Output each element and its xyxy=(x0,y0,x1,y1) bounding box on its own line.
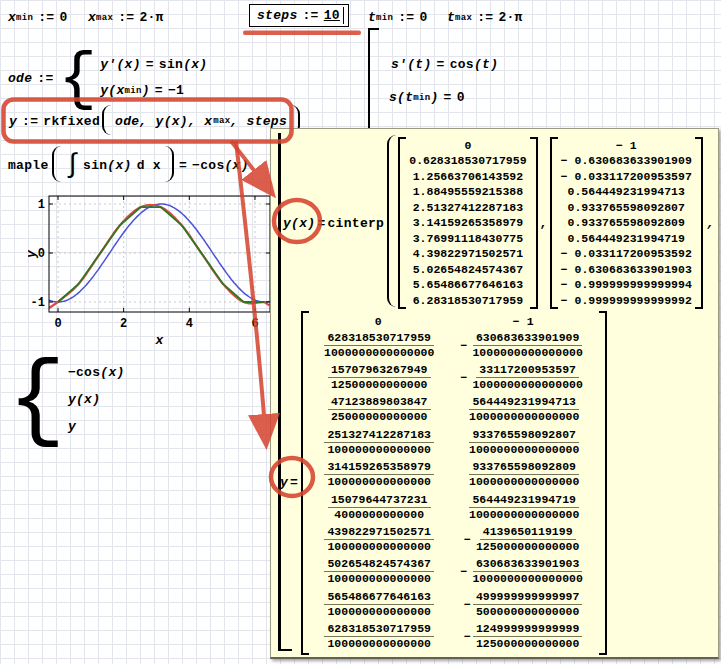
matrix-row: 251327412287183100000000000000 933765598… xyxy=(309,426,599,458)
matrix-row: 6283185307179591000000000000000 − 630683… xyxy=(309,329,599,361)
plot-canvas: 024610-1xy xyxy=(28,192,278,350)
cinterp-result[interactable]: y(x) = cinterp 00.6283185307179591.25663… xyxy=(283,135,721,311)
svg-text:0: 0 xyxy=(54,317,61,331)
cinterp-lhs: y(x) xyxy=(283,216,315,231)
s-equation-2[interactable]: s(tmin)=0 xyxy=(389,90,465,105)
rkfixed-definition[interactable]: y := rkfixed ode, y(x), xmax, steps xyxy=(9,105,300,137)
matrix-row: 4712388980384725000000000000 56444923199… xyxy=(309,394,599,426)
matrix-value: 5.02654824574367 xyxy=(409,262,526,278)
integral-icon: ∫ xyxy=(65,150,82,180)
result-lhs: y xyxy=(280,475,288,490)
matrix-value: 6.28318530717959 xyxy=(409,293,526,309)
matrix-value: − 0.630683633901903 xyxy=(561,262,692,278)
s-equation-1[interactable]: s'(t)=cos(t) xyxy=(391,57,498,72)
matrix-value: − 0.630683633901909 xyxy=(561,153,692,169)
matrix-value: 3.76991118430775 xyxy=(409,231,526,247)
text-cursor xyxy=(343,7,344,24)
svg-text:2: 2 xyxy=(120,317,127,331)
y-values-matrix: − 1− 0.630683633901909− 0.03311720095359… xyxy=(550,137,703,309)
svg-text:1: 1 xyxy=(38,198,45,212)
results-panel[interactable]: y(x) = cinterp 00.6283185307179591.25663… xyxy=(270,128,719,659)
decl-xmin[interactable]: xmin:=0 xyxy=(8,10,68,25)
svg-text:x: x xyxy=(155,333,165,348)
matrix-value: 0 xyxy=(409,138,526,154)
open-paren xyxy=(387,135,396,307)
matrix-row: 150796447372314000000000000 564449231994… xyxy=(309,491,599,523)
matrix-value: − 0.033117200953592 xyxy=(561,246,692,262)
matrix-row: 314159265358979100000000000000 933765598… xyxy=(309,459,599,491)
ode-equation-1: y'(x)=sin(x) xyxy=(100,52,207,78)
matrix-row: 565486677646163100000000000000 − 4999999… xyxy=(309,588,599,620)
plot-traces-legend[interactable]: { −cos(x) y(x) y xyxy=(8,358,125,440)
decl-tmin[interactable]: tmin:=0 xyxy=(368,10,428,25)
matrix-value: 3.14159265358979 xyxy=(409,215,526,231)
x-values-matrix: 00.6283185307179591.256637061435921.8849… xyxy=(398,137,537,309)
s-system-bracket xyxy=(368,28,379,130)
legend-item: y xyxy=(68,413,125,440)
matrix-row: 502654824574367100000000000000 − 6306836… xyxy=(309,556,599,588)
xy-plot-region[interactable]: 024610-1xy xyxy=(28,192,278,350)
matrix-row: 0 − 1 xyxy=(309,313,599,329)
legend-item: −cos(x) xyxy=(68,359,125,386)
open-paren xyxy=(102,105,111,135)
matrix-value: 4.39822971502571 xyxy=(409,246,526,262)
matrix-value: 1.25663706143592 xyxy=(409,169,526,185)
y-matrix-result[interactable]: y = 0 − 1 628318530717959100000000000000… xyxy=(280,311,607,655)
matrix-value: 2.51327412287183 xyxy=(409,200,526,216)
matrix-value: 0.564449231994719 xyxy=(561,231,692,247)
matrix-value: 0.933765598092807 xyxy=(561,200,692,216)
matrix-value: 1.88495559215388 xyxy=(409,184,526,200)
decl-tmax[interactable]: tmax:=2·π xyxy=(447,10,523,25)
matrix-value: − 0.999999999999994 xyxy=(561,277,692,293)
maple-expression[interactable]: maple ∫ sin(x) d x = −cos(x) xyxy=(8,146,249,184)
matrix-row: 439822971502571100000000000000 − 4139650… xyxy=(309,523,599,555)
matrix-value: 0.564449231994713 xyxy=(561,184,692,200)
ode-definition[interactable]: ode := { y'(x)=sin(x) y(xmin)=−1 xyxy=(8,50,207,106)
smath-worksheet: { "glyphs": {"open_brace": "{", "integra… xyxy=(0,0,721,664)
matrix-value: − 0.033117200953597 xyxy=(561,169,692,185)
steps-input-box[interactable]: steps:=10 xyxy=(249,4,349,27)
matrix-value: − 0.999999999999992 xyxy=(561,293,692,309)
ode-equation-2: y(xmin)=−1 xyxy=(100,78,207,104)
svg-text:y: y xyxy=(28,249,39,259)
matrix-value: 0.628318530717959 xyxy=(409,153,526,169)
steps-value[interactable]: 10 xyxy=(324,8,340,23)
svg-text:6: 6 xyxy=(251,317,258,331)
matrix-value: − 1 xyxy=(561,138,692,154)
highlight-underline-steps xyxy=(243,31,361,36)
matrix-row: 628318530717959100000000000000 − 1249999… xyxy=(309,621,599,653)
matrix-row: 1570796326794912500000000000 − 331172009… xyxy=(309,361,599,393)
legend-item: y(x) xyxy=(68,386,125,413)
close-paren xyxy=(165,146,174,182)
matrix-value: 0.933765598092809 xyxy=(561,215,692,231)
svg-text:4: 4 xyxy=(186,317,193,331)
matrix-value: 5.65486677646163 xyxy=(409,277,526,293)
svg-text:-1: -1 xyxy=(31,296,45,310)
decl-xmax[interactable]: xmax:=2·π xyxy=(88,10,164,25)
open-paren xyxy=(52,146,61,182)
